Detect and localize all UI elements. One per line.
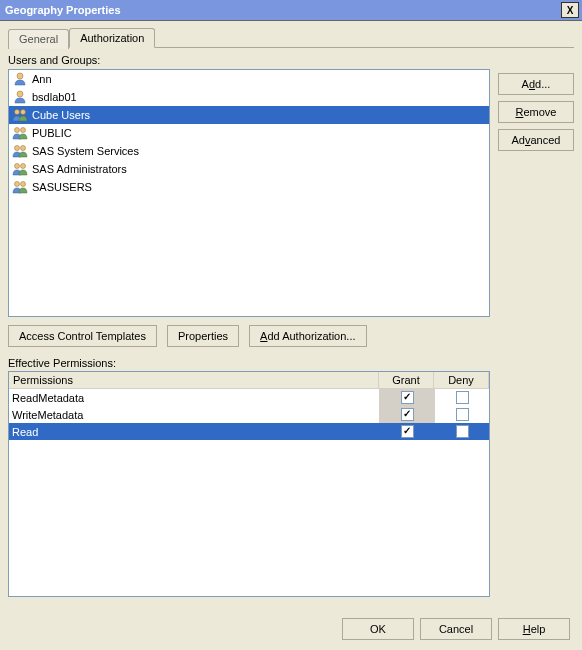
- permissions-table[interactable]: Permissions Grant Deny ReadMetadataWrite…: [8, 371, 490, 597]
- cancel-button[interactable]: Cancel: [420, 618, 492, 640]
- title-bar: Geography Properties X: [0, 0, 582, 21]
- svg-point-4: [15, 128, 20, 133]
- list-item-label: Ann: [32, 73, 52, 85]
- deny-checkbox[interactable]: [456, 425, 469, 438]
- svg-point-11: [21, 182, 26, 187]
- list-item-label: SAS System Services: [32, 145, 139, 157]
- deny-checkbox[interactable]: [456, 408, 469, 421]
- group-icon: [12, 107, 28, 123]
- deny-cell[interactable]: [434, 389, 489, 406]
- window-title: Geography Properties: [3, 4, 561, 16]
- tab-general[interactable]: General: [8, 29, 69, 49]
- ok-button[interactable]: OK: [342, 618, 414, 640]
- svg-point-6: [15, 146, 20, 151]
- permission-name: ReadMetadata: [9, 391, 379, 405]
- advanced-underline: v: [525, 134, 531, 146]
- upper-area: Annbsdlab01Cube UsersPUBLICSAS System Se…: [8, 69, 574, 317]
- svg-point-9: [21, 164, 26, 169]
- group-icon: [12, 143, 28, 159]
- template-button-row: Access Control Templates Properties Add …: [8, 325, 574, 347]
- dialog-body: General Authorization Users and Groups: …: [0, 21, 582, 650]
- svg-point-0: [17, 73, 23, 79]
- list-item[interactable]: Ann: [9, 70, 489, 88]
- user-icon: [12, 71, 28, 87]
- list-item[interactable]: PUBLIC: [9, 124, 489, 142]
- table-row[interactable]: WriteMetadata: [9, 406, 489, 423]
- svg-point-5: [21, 128, 26, 133]
- group-icon: [12, 161, 28, 177]
- add-underline: d: [529, 78, 535, 90]
- remove-underline: R: [516, 106, 524, 118]
- add-authorization-button[interactable]: Add Authorization...: [249, 325, 366, 347]
- table-row[interactable]: ReadMetadata: [9, 389, 489, 406]
- svg-point-8: [15, 164, 20, 169]
- svg-point-10: [15, 182, 20, 187]
- tab-row: General Authorization: [8, 27, 574, 48]
- dialog-footer: OK Cancel Help: [342, 618, 570, 640]
- perms-spacer: [498, 371, 574, 597]
- list-item[interactable]: SAS System Services: [9, 142, 489, 160]
- list-item[interactable]: SAS Administrators: [9, 160, 489, 178]
- grant-cell[interactable]: [379, 423, 434, 440]
- list-item-label: SASUSERS: [32, 181, 92, 193]
- table-row[interactable]: Read: [9, 423, 489, 440]
- help-button[interactable]: Help: [498, 618, 570, 640]
- access-control-templates-button[interactable]: Access Control Templates: [8, 325, 157, 347]
- help-rest: elp: [531, 623, 546, 635]
- list-item-label: Cube Users: [32, 109, 90, 121]
- deny-checkbox[interactable]: [456, 391, 469, 404]
- list-item[interactable]: SASUSERS: [9, 178, 489, 196]
- group-icon: [12, 125, 28, 141]
- grant-checkbox[interactable]: [401, 391, 414, 404]
- properties-button[interactable]: Properties: [167, 325, 239, 347]
- user-icon: [12, 89, 28, 105]
- svg-point-7: [21, 146, 26, 151]
- list-item-label: PUBLIC: [32, 127, 72, 139]
- list-item[interactable]: Cube Users: [9, 106, 489, 124]
- tab-authorization[interactable]: Authorization: [69, 28, 155, 48]
- grant-checkbox[interactable]: [401, 408, 414, 421]
- add-auth-rest: dd Authorization...: [267, 330, 355, 342]
- help-underline: H: [523, 623, 531, 635]
- remove-button[interactable]: Remove: [498, 101, 574, 123]
- permission-name: Read: [9, 425, 379, 439]
- effective-permissions-label: Effective Permissions:: [8, 357, 574, 369]
- group-icon: [12, 179, 28, 195]
- side-buttons: Add... Remove Advanced: [498, 69, 574, 317]
- permissions-header: Permissions Grant Deny: [9, 372, 489, 389]
- close-button[interactable]: X: [561, 2, 579, 18]
- grant-cell[interactable]: [379, 389, 434, 406]
- list-item-label: bsdlab01: [32, 91, 77, 103]
- users-groups-list[interactable]: Annbsdlab01Cube UsersPUBLICSAS System Se…: [8, 69, 490, 317]
- deny-cell[interactable]: [434, 406, 489, 423]
- list-item[interactable]: bsdlab01: [9, 88, 489, 106]
- grant-checkbox[interactable]: [401, 425, 414, 438]
- svg-point-1: [17, 91, 23, 97]
- users-groups-label: Users and Groups:: [8, 54, 574, 66]
- list-item-label: SAS Administrators: [32, 163, 127, 175]
- header-permissions[interactable]: Permissions: [9, 372, 379, 388]
- grant-cell[interactable]: [379, 406, 434, 423]
- svg-point-3: [21, 110, 26, 115]
- header-deny[interactable]: Deny: [434, 372, 489, 388]
- add-button[interactable]: Add...: [498, 73, 574, 95]
- svg-point-2: [15, 110, 20, 115]
- permission-name: WriteMetadata: [9, 408, 379, 422]
- advanced-button[interactable]: Advanced: [498, 129, 574, 151]
- header-grant[interactable]: Grant: [379, 372, 434, 388]
- deny-cell[interactable]: [434, 423, 489, 440]
